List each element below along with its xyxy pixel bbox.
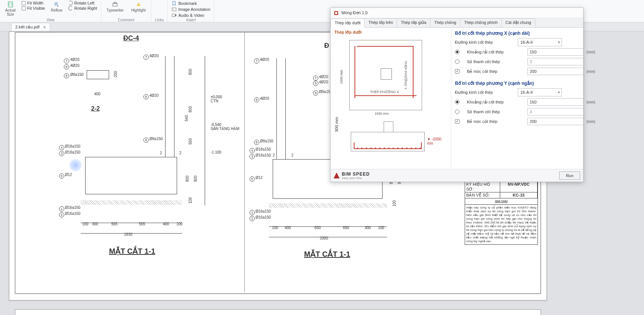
dia-marker: ▼ -2000 mm — [427, 137, 446, 145]
brand-logo-icon — [334, 173, 340, 179]
callout-1r: 1 — [250, 210, 255, 215]
input-y-spacing[interactable] — [527, 98, 583, 106]
close-tab-icon[interactable]: × — [43, 25, 46, 30]
document-tab-label: 2.kết cấu.pdf — [15, 25, 40, 30]
callout-3r: 3 — [250, 154, 255, 159]
sec-mark-2a: 2 — [160, 151, 162, 155]
audio-video-button[interactable]: Audio & Video — [171, 13, 204, 18]
hatch-left — [81, 200, 182, 205]
dim-800-3: 800 — [185, 176, 189, 182]
input-y-count[interactable] — [527, 108, 583, 115]
dim-800-2: 800 — [188, 106, 192, 112]
unit-y-spacing: (mm) — [586, 100, 595, 104]
column-left-line — [165, 56, 165, 157]
chevron-down-icon: ▾ — [558, 90, 560, 94]
bookmark-button[interactable]: Bookmark — [171, 1, 197, 6]
rotate-right-button[interactable]: Rotate Right — [68, 6, 97, 10]
fit-width-label: Fit Width — [27, 1, 43, 5]
mong-don-dialog: Móng Đơn 1.0 Thép lớp dưới Thép lớp trên… — [330, 7, 583, 182]
tab-thep-lop-tren[interactable]: Thép lớp trên — [364, 18, 397, 27]
rebar-4r-label: Ø18a150 — [256, 147, 271, 151]
svg-point-5 — [173, 9, 174, 9]
dialog-left-panel: Thép lớp dưới THÉP PHƯƠNG X THÉP PHƯƠNG … — [331, 28, 451, 169]
typewriter-icon — [112, 1, 118, 8]
combo-x-diam[interactable]: 16-A-II▾ — [518, 38, 562, 46]
callout-8b: 8 — [64, 73, 69, 78]
callout-8c: 8 — [143, 138, 149, 143]
dia-depth: 900 mm — [334, 117, 339, 132]
level-1100: -1.100 — [211, 150, 221, 154]
dia-thep-y: THÉP PHƯƠNG Y — [404, 61, 408, 90]
input-x-hook[interactable] — [527, 68, 583, 75]
next-page-edge — [15, 309, 541, 315]
actual-size-label: Actual Size — [5, 8, 16, 16]
audio-video-icon — [171, 13, 177, 18]
dim-r-4: 300 — [365, 226, 371, 230]
callout-5r: 5 — [250, 176, 255, 182]
rebar-3-label: Ø18a150 — [65, 150, 80, 154]
group-comment-label: Comment — [118, 18, 134, 22]
tab-cai-dat-chung[interactable]: Cài đặt chung — [501, 18, 535, 27]
image-annotation-button[interactable]: Image Annotation — [171, 7, 210, 12]
brand-name: BIM SPEED — [342, 172, 370, 177]
radio-x-count[interactable] — [455, 59, 459, 64]
dia-h: 1600 mm — [340, 70, 343, 84]
callout-2: 2 — [59, 212, 64, 217]
dim-r-2: 650 — [315, 226, 321, 230]
lbl-x-spacing: Khoảng rải cốt thép — [467, 50, 524, 55]
reflow-button[interactable]: Reflow — [49, 1, 64, 13]
dim-100-r: 100 — [392, 200, 396, 207]
check-y-hook[interactable] — [455, 119, 459, 124]
radio-y-count[interactable] — [455, 109, 459, 114]
tab-thep-lop-duoi[interactable]: Thép lớp dưới — [331, 19, 365, 28]
dim-l-total: 1830 — [124, 232, 132, 237]
actual-size-button[interactable]: 1:1 Actual Size — [4, 1, 17, 17]
rotate-left-icon — [68, 1, 73, 5]
tb-ghichu-body: Hiện nay công ty cổ phần kiến trúc KISAT… — [465, 205, 538, 244]
tb-banve-lbl: BẢN VẼ SỐ: — [465, 192, 500, 198]
highlight-button[interactable]: Highlight — [130, 1, 147, 13]
brand-tagline: Save your time — [342, 177, 370, 179]
tab-thep-chong-phinh[interactable]: Thép chống phình — [460, 18, 502, 27]
dia-w: 1830 mm — [375, 112, 389, 115]
fit-visible-button[interactable]: Fit Visible — [22, 6, 45, 10]
typewriter-button[interactable]: Typewriter — [105, 1, 125, 13]
run-button[interactable]: Run — [559, 172, 580, 180]
fit-width-button[interactable]: Fit Width — [22, 1, 43, 5]
reflow-label: Reflow — [51, 8, 62, 12]
radio-y-spacing[interactable] — [455, 100, 459, 104]
dim-l-1: 300 — [92, 222, 98, 226]
document-tab[interactable]: 2.kết cấu.pdf × — [11, 23, 50, 31]
radio-x-spacing[interactable] — [455, 50, 459, 54]
sheet-divider — [244, 32, 245, 292]
dim-l-3: 565 — [139, 222, 145, 226]
tab-thep-chong[interactable]: Thép chống — [430, 18, 460, 27]
audio-video-label: Audio & Video — [178, 13, 204, 18]
svg-rect-3 — [114, 2, 116, 3]
rebar-4-label: Ø18a150 — [65, 144, 80, 148]
combo-y-diam[interactable]: 16-A-II▾ — [518, 88, 562, 96]
lbl-y-hook: Bẻ móc cốt thép — [467, 119, 524, 124]
lbl-x-hook: Bẻ móc cốt thép — [467, 69, 524, 74]
lbl-y-spacing: Khoảng rải cốt thép — [467, 100, 524, 105]
input-x-spacing[interactable] — [527, 48, 583, 56]
image-annotation-label: Image Annotation — [178, 7, 210, 12]
sec-mark-2ra: 2 — [273, 153, 275, 157]
tab-thep-lop-giua[interactable]: Thép lớp giữa — [397, 18, 430, 27]
input-x-count[interactable] — [527, 58, 583, 65]
plan-diagram: THÉP PHƯƠNG X THÉP PHƯƠNG Y 1830 mm 1600… — [334, 36, 446, 115]
rotate-right-icon — [68, 6, 73, 10]
lbl-y-count: Số thanh cốt thép — [467, 109, 524, 114]
dialog-titlebar[interactable]: Móng Đơn 1.0 — [331, 8, 583, 18]
input-y-hook[interactable] — [527, 118, 583, 125]
combo-x-diam-value: 16-A-II — [520, 40, 533, 44]
dialog-title-label: Móng Đơn 1.0 — [341, 10, 368, 15]
check-x-hook[interactable] — [455, 69, 459, 74]
fit-visible-label: Fit Visible — [27, 6, 45, 10]
dialog-footer: BIM SPEED Save your time Run — [331, 169, 583, 182]
rotate-left-label: Rotate Left — [74, 1, 95, 5]
panel-y-head: Bố trí cốt thép phương Y (cạnh ngắn) — [455, 81, 595, 86]
callout-7rb: 7 — [313, 75, 318, 81]
rebar-8b-label: Ø8a150 — [70, 72, 84, 77]
rotate-left-button[interactable]: Rotate Left — [68, 1, 95, 5]
